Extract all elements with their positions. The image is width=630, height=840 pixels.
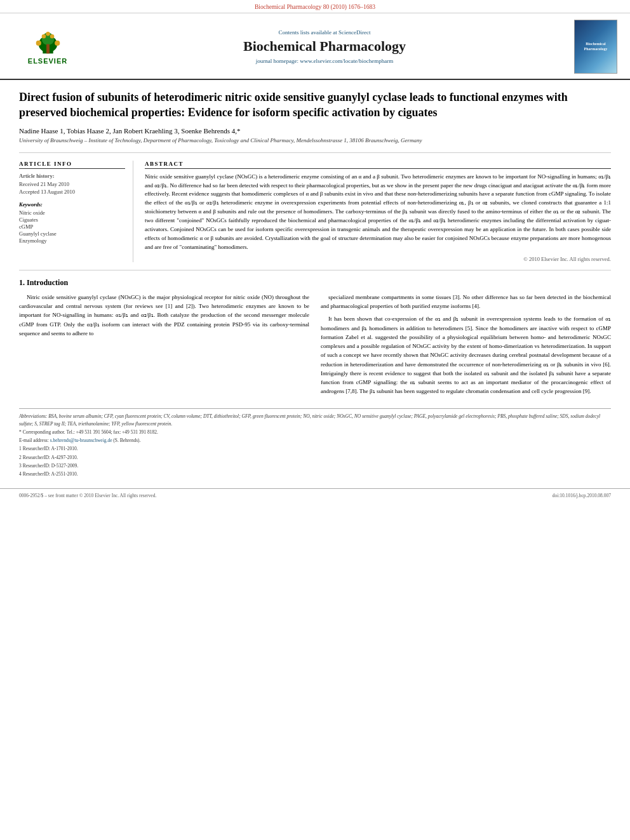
journal-ref: Biochemical Pharmacology 80 (2010) 1676–… (255, 4, 375, 10)
keywords-heading: Keywords: (19, 201, 125, 208)
authors-text: Nadine Haase 1, Tobias Haase 2, Jan Robe… (19, 127, 241, 135)
elsevier-logo: ELSEVIER (13, 29, 83, 65)
doi-text: doi:10.1016/j.bcp.2010.08.007 (553, 493, 611, 498)
email-text: E-mail address: s.behrends@tu-braunschwe… (19, 437, 611, 444)
intro-section: 1. Introduction Nitric oxide sensitive g… (19, 278, 611, 399)
bottom-bar: 0006-2952/$ – see front matter © 2010 El… (0, 488, 630, 502)
received-text: Received 21 May 2010 (19, 181, 125, 187)
intro-para-1: Nitric oxide sensitive guanylyl cyclase … (19, 293, 309, 338)
journal-cover-img: BiochemicalPharmacology (566, 20, 617, 74)
article-title: Direct fusion of subunits of heterodimer… (19, 90, 611, 121)
abstract-paragraph: Nitric oxide sensitive guanylyl cyclase … (145, 173, 611, 252)
researcher-id-3: 3 ResearcherID: D-5327-2009. (19, 462, 611, 469)
footnotes-section: Abbreviations: BSA, bovine serum albumin… (19, 408, 611, 477)
keyword-2: Ciguates (19, 217, 125, 223)
journal-center: Contents lists available at ScienceDirec… (83, 29, 566, 63)
authors-line: Nadine Haase 1, Tobias Haase 2, Jan Robe… (19, 127, 611, 135)
journal-logo-area: ELSEVIER (13, 29, 83, 65)
svg-point-4 (36, 41, 41, 46)
keyword-4: Guanylyl cyclase (19, 230, 125, 237)
article-body: Direct fusion of subunits of heterodimer… (0, 80, 630, 488)
keywords-list: Nitric oxide Ciguates cGMP Guanylyl cycl… (19, 210, 125, 244)
divider-2 (19, 270, 611, 270)
abbreviations-text: Abbreviations: BSA, bovine serum albumin… (19, 413, 611, 427)
keyword-5: Enzymology (19, 237, 125, 244)
divider-1 (19, 152, 611, 153)
journal-title: Biochemical Pharmacology (83, 38, 566, 55)
cover-box: BiochemicalPharmacology (574, 20, 617, 74)
corresponding-text: * Corresponding author. Tel.: +49 531 39… (19, 429, 611, 436)
intro-heading: 1. Introduction (19, 278, 611, 288)
keywords-section: Keywords: Nitric oxide Ciguates cGMP Gua… (19, 201, 125, 244)
keyword-3: cGMP (19, 223, 125, 230)
svg-point-8 (46, 32, 50, 36)
two-col-info-abstract: ARTICLE INFO Article history: Received 2… (19, 161, 611, 262)
elsevier-label: ELSEVIER (28, 57, 67, 65)
email-link[interactable]: s.behrends@tu-braunschweig.de (50, 437, 112, 443)
email-label: E-mail address: (19, 437, 49, 443)
intro-para-2: specialized membrane compartments in som… (321, 293, 611, 310)
journal-header: ELSEVIER Contents lists available at Sci… (0, 13, 630, 80)
abstract-text: Nitric oxide sensitive guanylyl cyclase … (145, 173, 611, 252)
two-col-intro: Nitric oxide sensitive guanylyl cyclase … (19, 293, 611, 399)
svg-point-5 (55, 41, 60, 46)
issn-text: 0006-2952/$ – see front matter © 2010 El… (19, 493, 156, 498)
copyright-line: © 2010 Elsevier Inc. All rights reserved… (145, 256, 611, 262)
affiliation-line: University of Braunschweig – Institute o… (19, 137, 611, 143)
page-wrapper: Biochemical Pharmacology 80 (2010) 1676–… (0, 0, 630, 840)
intro-right-col: specialized membrane compartments in som… (321, 293, 611, 399)
intro-para-3: It has been shown that co-expression of … (321, 314, 611, 396)
article-history: Article history: Received 21 May 2010 Ac… (19, 173, 125, 195)
svg-rect-3 (46, 44, 50, 54)
abstract-label: ABSTRACT (145, 161, 611, 169)
article-info-label: ARTICLE INFO (19, 161, 125, 169)
accepted-text: Accepted 13 August 2010 (19, 189, 125, 195)
history-heading: Article history: (19, 173, 125, 179)
elsevier-tree-icon (30, 29, 65, 57)
email-suffix: (S. Behrends). (113, 437, 140, 443)
svg-point-6 (41, 34, 46, 39)
keyword-1: Nitric oxide (19, 210, 125, 216)
journal-homepage: journal homepage: www.elsevier.com/locat… (83, 58, 566, 64)
article-info-col: ARTICLE INFO Article history: Received 2… (19, 161, 133, 262)
researcher-id-1: 1 ResearcherID: A-1701-2010. (19, 445, 611, 452)
intro-left-col: Nitric oxide sensitive guanylyl cyclase … (19, 293, 309, 399)
researcher-id-4: 4 ResearcherID: A-2551-2010. (19, 470, 611, 477)
abstract-col: ABSTRACT Nitric oxide sensitive guanylyl… (145, 161, 611, 262)
cover-box-text: BiochemicalPharmacology (584, 42, 608, 52)
journal-top-bar: Biochemical Pharmacology 80 (2010) 1676–… (0, 0, 630, 13)
sciencedirect-link: Contents lists available at ScienceDirec… (83, 29, 566, 36)
researcher-id-2: 2 ResearcherID: A-4297-2010. (19, 454, 611, 461)
abbreviations-label: Abbreviations: BSA, bovine serum albumin… (19, 413, 600, 426)
svg-point-7 (50, 34, 54, 39)
